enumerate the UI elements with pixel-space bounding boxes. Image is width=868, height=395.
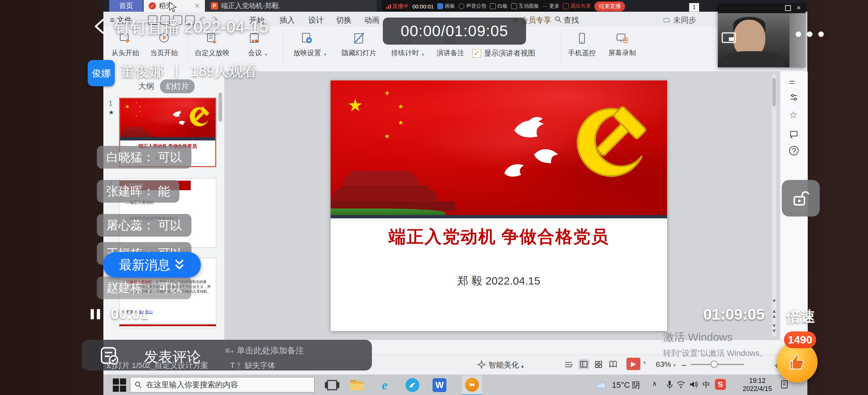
collapse-handle-icon[interactable]: = [789,76,795,88]
flag-star-icon: ★ [347,97,363,114]
slide-sorter-button[interactable] [593,359,604,369]
notes-toggle-button[interactable] [563,359,574,369]
playback-speed-button[interactable]: 倍速 [786,306,815,327]
menu-tab-insert[interactable]: 插入 [279,15,295,25]
ime-indicator[interactable]: 中 [703,380,710,390]
unlock-icon [791,189,810,208]
sync-status[interactable]: 未同步 [663,15,696,25]
interact-panel-button[interactable]: 互动面板 [511,3,539,10]
streamer-info: 董俊娜 丨 189人观看 [121,61,257,81]
weather-text[interactable]: 15°C 阴 [612,380,640,391]
more-button[interactable]: ···更多 [542,3,559,10]
wps-writer-icon[interactable]: W [431,377,448,393]
stop-button[interactable] [166,310,176,320]
network-icon[interactable] [676,380,686,388]
zoom-slider-knob[interactable] [711,361,718,368]
exit-share-button[interactable]: 退出共享 [563,3,591,10]
maximize-icon[interactable] [785,5,791,11]
play-dropdown-icon[interactable]: ▾ [643,360,646,365]
effects-star-icon[interactable]: ☆ [789,109,797,121]
playback-timer-overlay: 00:00/01:09:05 [383,18,526,45]
search-input[interactable] [145,380,310,390]
beautify-wand-icon [477,360,486,369]
close-icon[interactable]: ✕ [796,4,801,11]
like-count-badge: 1490 [784,331,816,348]
notification-center-icon[interactable] [780,380,789,389]
reading-view-button[interactable] [608,359,618,369]
play-show-button[interactable]: ▶ [627,358,640,370]
show-settings-icon [301,32,313,45]
tab-outline[interactable]: 大纲 [138,81,154,92]
microphone-icon[interactable] [666,380,673,390]
next-slide-button[interactable]: ▾▾ [770,323,778,333]
zoom-level[interactable]: 63% ▾ [656,360,675,369]
screen-record-button[interactable]: 屏幕录制 [608,32,636,58]
ellipsis-icon: ··· [542,3,548,9]
speaker-icon[interactable] [689,380,698,388]
slide-title: 端正入党动机 争做合格党员 [331,225,667,248]
voice-notice-button[interactable]: 声音公告 [458,3,486,10]
zoom-slider[interactable] [691,364,744,365]
unlock-rotation-button[interactable] [782,180,820,217]
screen-record-icon [616,32,628,45]
menu-tab-animation[interactable]: 动画 [364,15,380,25]
checkbox-check-icon: ✓ [472,49,481,58]
slide-counter-ghost: 幻灯片 1/50 [107,360,147,370]
adjust-sliders-icon[interactable] [789,93,799,102]
more-options-icon[interactable] [796,31,824,37]
pip-icon[interactable] [722,32,736,43]
help-icon[interactable]: ? [789,146,799,155]
taskbar-search[interactable] [130,377,315,392]
flag-star-icon: ★ [125,104,130,109]
show-settings-button[interactable]: 放映设置▾ [293,32,321,58]
tab-home[interactable]: 首页 [109,0,143,12]
tab-presentation[interactable]: P 端正入党动机-郑毅. [206,0,377,12]
presenter-view-checkbox[interactable]: ✓ 显示演讲者视图 [472,48,535,58]
tab-presentation-label: 端正入党动机-郑毅. [221,1,281,11]
double-chevron-down-icon [174,259,185,271]
taskbar-clock[interactable]: 19:122022/4/15 [740,377,775,393]
dove-icon [512,116,546,139]
thumbnail-scrollbar[interactable] [218,93,222,122]
internet-explorer-icon[interactable]: e [377,377,393,393]
find-button[interactable]: 查找 [555,15,579,25]
normal-view-button[interactable] [578,359,589,369]
menu-tab-design[interactable]: 设计 [308,15,324,25]
zoom-out-button[interactable]: − [681,360,687,371]
dingtalk-live-app-active[interactable] [462,375,482,395]
slide-thumbnail-panel: 大纲 幻灯片 1 ★ ★★★★★ 端正入党动机 [103,71,224,340]
current-slide: ★★★★★ 端正入党动机 争做合格党员 郑 毅 2022.04.15 [331,80,667,331]
comment-bar[interactable]: 发表评论 ≡₊ 单击此处添加备注 幻灯片 1/50 2_自定义设计方案 T﹖ 缺… [82,340,372,370]
file-explorer-icon[interactable] [349,377,365,393]
exit-icon [563,3,569,9]
whiteboard-button[interactable]: 白板 [490,3,507,10]
loop-icon[interactable] [789,129,799,139]
docer-app-icon[interactable] [404,377,420,393]
hide-slide-button[interactable]: 隐藏幻灯片 [342,32,376,58]
board-icon [437,3,443,9]
streamer-avatar[interactable]: 俊娜 [88,60,115,86]
tray-expand-icon[interactable]: ∧ [652,380,657,388]
mic-icon [458,3,464,9]
start-button[interactable] [111,377,127,393]
weather-icon[interactable] [596,380,609,389]
end-live-button[interactable]: 结束直播 [594,1,625,11]
scroll-down-icon[interactable]: ▾ [770,298,778,303]
viewer-count: 189人观看 [191,61,257,81]
sogou-icon[interactable]: S [715,379,726,390]
back-button[interactable] [93,18,106,35]
chat-message: 张建晖： 能 [97,180,179,203]
previous-slide-button[interactable]: ▴▴ [770,308,778,319]
latest-messages-button[interactable]: 最新消息 [103,252,201,278]
smart-beautify-button[interactable]: 智能美化 ▴ [488,360,524,370]
hide-slide-icon [353,32,365,45]
tab-slides[interactable]: 幻灯片 [160,79,195,93]
scrollbar-thumb[interactable] [772,78,776,106]
board-button[interactable]: 画板 [437,3,455,10]
menu-tab-transition[interactable]: 切换 [336,15,351,25]
task-view-button[interactable] [324,377,340,393]
close-tab-icon[interactable]: ✕ [194,2,200,10]
phone-remote-button[interactable]: 手机遥控 [568,32,596,58]
pause-button[interactable] [91,309,102,319]
presenter-camera-window[interactable]: ✕ [718,4,806,67]
